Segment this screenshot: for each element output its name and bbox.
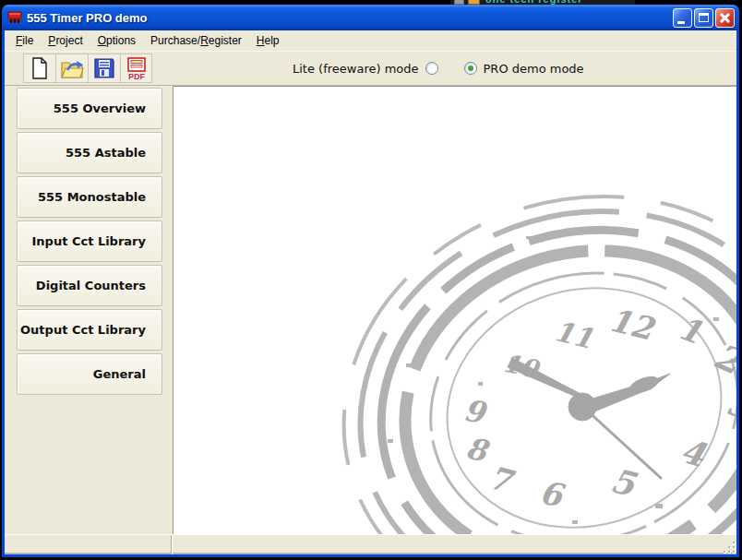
status-bar — [5, 534, 736, 554]
main-panel: 12 1 2 3 4 5 6 7 8 9 10 11 — [173, 86, 736, 534]
menu-options[interactable]: Options — [90, 32, 143, 49]
toolbar: PDF Lite (freeware) mode PRO demo mode — [5, 51, 736, 86]
clock-number: 4 — [676, 431, 711, 475]
maximize-icon — [699, 13, 709, 22]
clock-number: 12 — [605, 301, 659, 348]
lite-mode-radio[interactable] — [425, 62, 438, 75]
export-pdf-button[interactable]: PDF — [120, 54, 152, 83]
mode-selector: Lite (freeware) mode PRO demo mode — [293, 52, 584, 85]
status-panel-left — [5, 535, 172, 554]
radio-lite-mode[interactable]: Lite (freeware) mode — [293, 62, 438, 76]
clock-image: 12 1 2 3 4 5 6 7 8 9 10 11 — [174, 87, 736, 534]
minimize-button[interactable] — [673, 8, 692, 28]
sidebar-button-output-cct-library[interactable]: Output Cct Library — [17, 309, 162, 351]
lite-mode-label: Lite (freeware) mode — [293, 62, 419, 76]
app-window: 555 Timer PRO demo File Project Options … — [2, 6, 739, 557]
svg-text:PDF: PDF — [128, 72, 146, 80]
555-chip-icon — [7, 10, 22, 25]
open-project-button[interactable] — [55, 54, 88, 83]
radio-pro-demo-mode[interactable]: PRO demo mode — [464, 62, 584, 76]
menu-file[interactable]: File — [8, 32, 41, 49]
content-area: 555 Overview 555 Astable 555 Monostable … — [5, 86, 736, 534]
menu-help[interactable]: Help — [249, 32, 287, 49]
clock-number: 2 — [708, 335, 736, 384]
pro-demo-mode-label: PRO demo mode — [484, 62, 584, 76]
pro-demo-mode-radio[interactable] — [464, 62, 477, 75]
sidebar-button-555-overview[interactable]: 555 Overview — [17, 88, 162, 129]
export-pdf-icon: PDF — [126, 56, 148, 80]
clock-number: 11 — [551, 315, 596, 355]
sidebar-button-555-monostable[interactable]: 555 Monostable — [17, 176, 162, 218]
title-bar[interactable]: 555 Timer PRO demo — [2, 5, 739, 30]
sidebar: 555 Overview 555 Astable 555 Monostable … — [5, 86, 173, 534]
menu-bar: File Project Options Purchase/Register H… — [5, 30, 736, 51]
clock-number: 6 — [537, 473, 568, 514]
sidebar-button-digital-counters[interactable]: Digital Counters — [17, 265, 162, 306]
menu-project[interactable]: Project — [41, 32, 90, 49]
sidebar-button-555-astable[interactable]: 555 Astable — [17, 132, 162, 173]
clock-number: 9 — [461, 393, 490, 432]
status-panel-right — [172, 535, 736, 554]
new-document-icon — [29, 56, 51, 80]
save-button[interactable] — [88, 54, 120, 83]
clock-number: 5 — [607, 460, 640, 504]
menu-purchase-register[interactable]: Purchase/Register — [143, 32, 249, 49]
clock-number: 8 — [462, 430, 492, 469]
window-title: 555 Timer PRO demo — [27, 11, 673, 25]
sidebar-button-general[interactable]: General — [17, 353, 162, 395]
close-button[interactable] — [715, 8, 735, 28]
maximize-button[interactable] — [694, 8, 713, 28]
new-document-button[interactable] — [23, 54, 55, 83]
resize-grip[interactable] — [724, 542, 736, 554]
save-icon — [93, 57, 115, 79]
open-project-icon — [60, 57, 84, 79]
clock-number: 3 — [723, 381, 736, 427]
minimize-icon — [677, 21, 685, 24]
sidebar-button-input-cct-library[interactable]: Input Cct Library — [17, 220, 162, 262]
clock-hands — [508, 358, 670, 479]
clock-number: 7 — [485, 459, 520, 501]
